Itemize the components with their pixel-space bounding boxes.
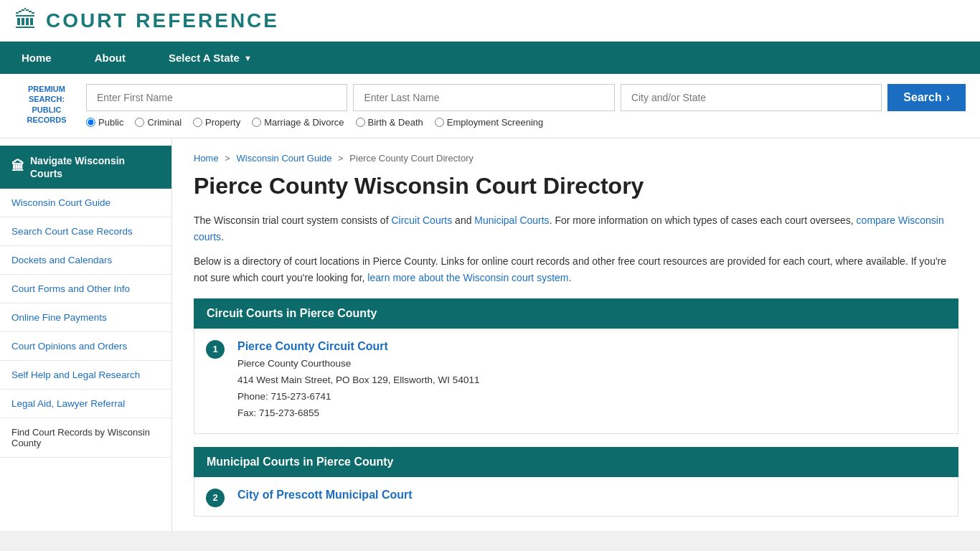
search-inputs-area: Search › Public Criminal Property Marria… xyxy=(86,84,966,128)
radio-criminal[interactable]: Criminal xyxy=(135,117,182,128)
intro-paragraph-1: The Wisconsin trial court system consist… xyxy=(194,212,958,245)
court-listing-1: 1 Pierce County Circuit Court Pierce Cou… xyxy=(194,329,958,434)
first-name-input[interactable] xyxy=(86,84,347,111)
chevron-down-icon: ▼ xyxy=(244,54,252,62)
radio-employment[interactable]: Employment Screening xyxy=(435,117,543,128)
breadcrumb: Home > Wisconsin Court Guide > Pierce Co… xyxy=(194,153,958,164)
page-title: Pierce County Wisconsin Court Directory xyxy=(194,172,958,199)
premium-label: PREMIUM SEARCH: PUBLIC RECORDS xyxy=(14,84,79,125)
court-fax-1: Fax: 715-273-6855 xyxy=(237,405,946,422)
logo-text: COURT REFERENCE xyxy=(46,9,279,32)
main-nav: Home About Select A State ▼ xyxy=(0,42,980,74)
nav-state[interactable]: Select A State ▼ xyxy=(147,42,273,74)
breadcrumb-sep-1: > xyxy=(225,153,232,164)
breadcrumb-home[interactable]: Home xyxy=(194,153,219,164)
main-content: 🏛 Navigate Wisconsin Courts Wisconsin Co… xyxy=(0,138,980,531)
circuit-courts-link[interactable]: Circuit Courts xyxy=(391,215,452,226)
sidebar-active-navigate[interactable]: 🏛 Navigate Wisconsin Courts xyxy=(0,146,171,189)
court-name-2[interactable]: City of Prescott Municipal Court xyxy=(237,489,946,501)
sidebar-item-by-county[interactable]: Find Court Records by Wisconsin County xyxy=(0,418,171,458)
search-button-label: Search xyxy=(903,91,941,104)
intro-paragraph-2: Below is a directory of court locations … xyxy=(194,253,958,286)
sidebar: 🏛 Navigate Wisconsin Courts Wisconsin Co… xyxy=(0,138,172,531)
radio-public[interactable]: Public xyxy=(86,117,123,128)
learn-more-link[interactable]: learn more about the Wisconsin court sys… xyxy=(367,272,568,283)
last-name-input[interactable] xyxy=(353,84,614,111)
search-button[interactable]: Search › xyxy=(887,84,966,111)
radio-marriage[interactable]: Marriage & Divorce xyxy=(252,117,344,128)
breadcrumb-sep-2: > xyxy=(338,153,346,164)
sidebar-item-self-help[interactable]: Self Help and Legal Research xyxy=(0,361,171,390)
sidebar-item-fines[interactable]: Online Fine Payments xyxy=(0,303,171,332)
logo[interactable]: 🏛 COURT REFERENCE xyxy=(14,7,279,34)
arrow-right-icon: › xyxy=(946,91,950,104)
circuit-courts-header: Circuit Courts in Pierce County xyxy=(194,298,958,329)
search-radio-row: Public Criminal Property Marriage & Divo… xyxy=(86,117,966,128)
navigate-icon: 🏛 xyxy=(11,159,24,175)
radio-property[interactable]: Property xyxy=(193,117,240,128)
court-address-1: 414 West Main Street, PO Box 129, Ellswo… xyxy=(237,372,946,389)
court-listing-2: 2 City of Prescott Municipal Court xyxy=(194,477,958,517)
sidebar-item-opinions[interactable]: Court Opinions and Orders xyxy=(0,332,171,361)
sidebar-item-court-guide[interactable]: Wisconsin Court Guide xyxy=(0,189,171,217)
logo-icon: 🏛 xyxy=(14,7,37,34)
nav-about[interactable]: About xyxy=(73,42,147,74)
court-name-1[interactable]: Pierce County Circuit Court xyxy=(237,340,946,353)
radio-birth[interactable]: Birth & Death xyxy=(356,117,423,128)
court-number-2: 2 xyxy=(206,489,225,507)
breadcrumb-wi-guide[interactable]: Wisconsin Court Guide xyxy=(237,153,332,164)
search-section: PREMIUM SEARCH: PUBLIC RECORDS Search › … xyxy=(0,74,980,138)
court-number-1: 1 xyxy=(206,340,225,359)
search-inputs-row: Search › xyxy=(86,84,966,111)
page-content: Home > Wisconsin Court Guide > Pierce Co… xyxy=(172,138,980,531)
site-header: 🏛 COURT REFERENCE xyxy=(0,0,980,42)
sidebar-active-label: Navigate Wisconsin Courts xyxy=(30,154,160,180)
sidebar-item-dockets[interactable]: Dockets and Calendars xyxy=(0,246,171,275)
sidebar-item-case-records[interactable]: Search Court Case Records xyxy=(0,217,171,246)
municipal-courts-link[interactable]: Municipal Courts xyxy=(474,215,549,226)
court-building-1: Pierce County Courthouse xyxy=(237,356,946,372)
nav-state-label: Select A State xyxy=(169,52,240,64)
sidebar-item-forms[interactable]: Court Forms and Other Info xyxy=(0,275,171,303)
municipal-courts-header: Municipal Courts in Pierce County xyxy=(194,447,958,477)
court-phone-1: Phone: 715-273-6741 xyxy=(237,389,946,405)
breadcrumb-current: Pierce County Court Directory xyxy=(349,153,473,164)
city-state-input[interactable] xyxy=(621,84,882,111)
sidebar-item-legal-aid[interactable]: Legal Aid, Lawyer Referral xyxy=(0,390,171,418)
nav-home[interactable]: Home xyxy=(0,42,73,74)
